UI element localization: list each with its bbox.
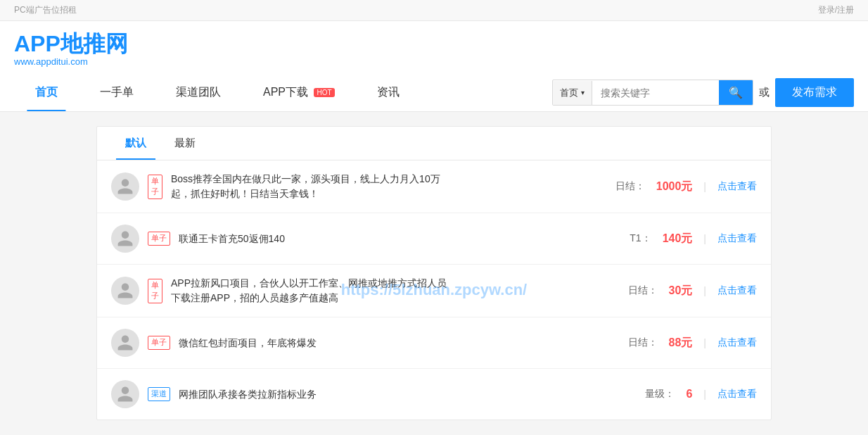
nav-item-news[interactable]: 资讯 xyxy=(356,74,421,111)
price-label: 日结： xyxy=(628,284,658,297)
item-title: Boss推荐全国内在做只此一家，源头项目，线上人力月入10万 起，抓住好时机！日… xyxy=(171,173,440,199)
ad-text: PC端广告位招租 xyxy=(14,4,77,16)
price-divider: | xyxy=(703,337,706,348)
tag-badge: 单子 xyxy=(148,175,162,199)
user-icon xyxy=(116,385,134,403)
login-area[interactable]: 登录/注册 xyxy=(818,4,854,16)
avatar xyxy=(111,225,139,253)
price-label: T1： xyxy=(630,232,651,245)
price-area: 量级： 6 | 点击查看 xyxy=(645,388,757,401)
price-value: 1000元 xyxy=(656,179,693,194)
price-value: 140元 xyxy=(663,232,693,246)
view-link[interactable]: 点击查看 xyxy=(717,180,757,193)
chevron-down-icon: ▾ xyxy=(581,89,585,96)
login-register-link[interactable]: 登录/注册 xyxy=(818,5,854,15)
logo-subtitle: www.appditui.com xyxy=(14,56,128,67)
nav-item-app-download[interactable]: APP下载 HOT xyxy=(242,74,356,111)
user-icon xyxy=(116,334,134,352)
tag-badge: 单子 xyxy=(148,336,170,349)
user-icon xyxy=(116,282,134,300)
tabs: 默认 最新 xyxy=(97,127,771,160)
view-link[interactable]: 点击查看 xyxy=(717,388,757,401)
tab-default[interactable]: 默认 xyxy=(111,127,160,160)
view-link[interactable]: 点击查看 xyxy=(717,336,757,349)
item-content: 微信红包封面项目，年底将爆发 xyxy=(179,336,620,351)
logo[interactable]: APP地推网 www.appditui.com xyxy=(14,32,128,67)
price-label: 量级： xyxy=(645,388,675,401)
logo-title: APP地推网 xyxy=(14,32,128,56)
item-content: 网推团队承接各类拉新指标业务 xyxy=(179,387,637,402)
search-box: 首页 ▾ 🔍 xyxy=(552,80,753,106)
item-title: 网推团队承接各类拉新指标业务 xyxy=(179,389,317,400)
view-link[interactable]: 点击查看 xyxy=(717,284,757,297)
item-content: Boss推荐全国内在做只此一家，源头项目，线上人力月入10万 起，抓住好时机！日… xyxy=(171,172,607,201)
price-area: T1： 140元 | 点击查看 xyxy=(630,232,757,246)
price-divider: | xyxy=(703,389,706,400)
nav-item-first-order[interactable]: 一手单 xyxy=(79,74,155,111)
price-area: 日结： 30元 | 点击查看 xyxy=(628,284,757,298)
list-item: 单子 APP拉新风口项目，合伙人以开工作室、网推或地推方式招人员 下载注册APP… xyxy=(97,265,771,317)
nav-bar: 首页 一手单 渠道团队 APP下载 HOT 资讯 首页 ▾ 🔍 或 发布需求 xyxy=(0,74,868,112)
list-item: 单子 Boss推荐全国内在做只此一家，源头项目，线上人力月入10万 起，抓住好时… xyxy=(97,160,771,213)
top-bar: PC端广告位招租 登录/注册 xyxy=(0,0,868,21)
price-label: 日结： xyxy=(615,180,645,193)
price-value: 6 xyxy=(686,388,692,401)
avatar xyxy=(111,329,139,357)
item-title: 微信红包封面项目，年底将爆发 xyxy=(179,337,317,348)
price-value: 30元 xyxy=(669,284,693,298)
main-content: 默认 最新 https://5lzhuan.zpcyw.cn/ 单子 Boss推… xyxy=(96,126,772,420)
price-area: 日结： 1000元 | 点击查看 xyxy=(615,179,757,194)
tab-latest[interactable]: 最新 xyxy=(160,127,210,160)
list-item: 渠道 网推团队承接各类拉新指标业务 量级： 6 | 点击查看 xyxy=(97,369,771,420)
item-title: 联通王卡首充50返佣140 xyxy=(179,233,285,244)
nav-item-channel-team[interactable]: 渠道团队 xyxy=(155,74,242,111)
search-scope-dropdown[interactable]: 首页 ▾ xyxy=(553,81,592,105)
price-area: 日结： 88元 | 点击查看 xyxy=(628,336,757,351)
tag-badge: 单子 xyxy=(148,232,170,245)
price-label: 日结： xyxy=(628,336,658,349)
hot-badge: HOT xyxy=(314,88,334,97)
price-divider: | xyxy=(703,181,706,192)
price-value: 88元 xyxy=(669,336,693,351)
view-link[interactable]: 点击查看 xyxy=(717,232,757,245)
or-text: 或 xyxy=(759,86,770,99)
price-divider: | xyxy=(703,233,706,244)
nav-item-home[interactable]: 首页 xyxy=(14,74,79,111)
search-button[interactable]: 🔍 xyxy=(719,80,753,105)
price-divider: | xyxy=(703,285,706,296)
user-icon xyxy=(116,229,134,248)
tag-badge: 渠道 xyxy=(148,387,170,401)
search-input[interactable] xyxy=(592,82,719,104)
item-content: 联通王卡首充50返佣140 xyxy=(179,232,621,246)
item-title: APP拉新风口项目，合伙人以开工作室、网推或地推方式招人员 下载注册APP，招的… xyxy=(171,277,447,303)
avatar xyxy=(111,172,139,201)
search-area: 首页 ▾ 🔍 或 发布需求 xyxy=(552,78,854,107)
list-area: https://5lzhuan.zpcyw.cn/ 单子 Boss推荐全国内在做… xyxy=(97,160,771,420)
avatar xyxy=(111,380,139,408)
list-item: 单子 微信红包封面项目，年底将爆发 日结： 88元 | 点击查看 xyxy=(97,317,771,369)
list-item: 单子 联通王卡首充50返佣140 T1： 140元 | 点击查看 xyxy=(97,213,771,265)
publish-button[interactable]: 发布需求 xyxy=(775,78,854,107)
logo-area: APP地推网 www.appditui.com xyxy=(0,21,868,74)
item-content: APP拉新风口项目，合伙人以开工作室、网推或地推方式招人员 下载注册APP，招的… xyxy=(171,276,620,305)
user-icon xyxy=(116,177,134,196)
search-icon: 🔍 xyxy=(729,87,743,99)
tag-badge: 单子 xyxy=(148,279,162,303)
avatar xyxy=(111,277,139,305)
